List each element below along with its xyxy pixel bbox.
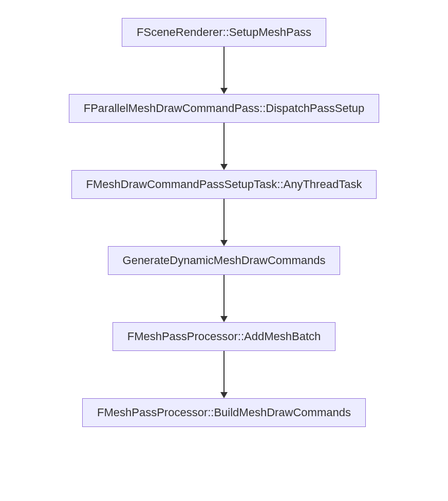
node-label: FSceneRenderer::SetupMeshPass xyxy=(137,26,311,39)
arrow-head-icon xyxy=(220,164,228,170)
flowchart-node-1: FParallelMeshDrawCommandPass::DispatchPa… xyxy=(69,94,380,123)
arrow-0-1 xyxy=(220,47,228,94)
arrow-1-2 xyxy=(220,123,228,170)
arrow-line xyxy=(223,351,225,393)
node-label: FParallelMeshDrawCommandPass::DispatchPa… xyxy=(84,102,365,115)
arrow-line xyxy=(223,47,225,88)
arrow-2-3 xyxy=(220,199,228,246)
arrow-head-icon xyxy=(220,240,228,246)
node-label: FMeshDrawCommandPassSetupTask::AnyThread… xyxy=(86,178,362,191)
node-label: FMeshPassProcessor::BuildMeshDrawCommand… xyxy=(97,406,351,419)
flowchart-node-2: FMeshDrawCommandPassSetupTask::AnyThread… xyxy=(71,170,377,199)
flowchart-node-4: FMeshPassProcessor::AddMeshBatch xyxy=(113,322,336,351)
arrow-3-4 xyxy=(220,275,228,322)
arrow-line xyxy=(223,275,225,317)
arrow-head-icon xyxy=(220,316,228,322)
node-label: FMeshPassProcessor::AddMeshBatch xyxy=(127,330,321,343)
arrow-head-icon xyxy=(220,88,228,94)
arrow-4-5 xyxy=(220,351,228,398)
node-label: GenerateDynamicMeshDrawCommands xyxy=(123,254,326,267)
flowchart-node-3: GenerateDynamicMeshDrawCommands xyxy=(108,246,341,275)
arrow-head-icon xyxy=(220,392,228,398)
flowchart-node-5: FMeshPassProcessor::BuildMeshDrawCommand… xyxy=(82,398,366,427)
flowchart-node-0: FSceneRenderer::SetupMeshPass xyxy=(122,18,326,47)
arrow-line xyxy=(223,123,225,164)
arrow-line xyxy=(223,199,225,240)
